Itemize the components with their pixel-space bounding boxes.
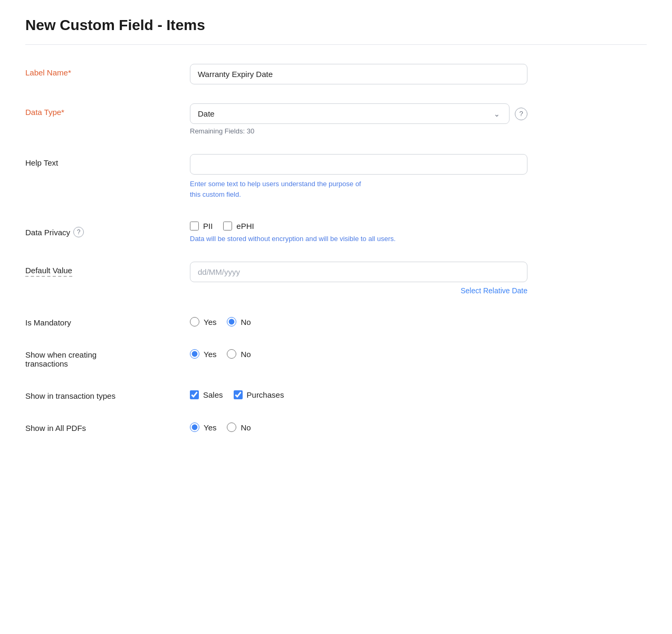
show-in-all-pdfs-radio-group: Yes No: [190, 419, 527, 432]
data-type-label-col: Data Type*: [25, 103, 173, 117]
pii-checkbox[interactable]: [190, 222, 199, 230]
data-privacy-checkboxes: PII ePHI: [190, 218, 527, 230]
default-value-control-col: Select Relative Date: [190, 262, 527, 295]
show-in-all-pdfs-yes-radio[interactable]: [190, 422, 199, 432]
pii-checkbox-item[interactable]: PII: [190, 222, 213, 230]
data-type-row: Data Type* Date Text Number Boolean ⌄ ? …: [25, 103, 647, 135]
show-when-creating-no-item[interactable]: No: [227, 349, 251, 359]
is-mandatory-label-col: Is Mandatory: [25, 314, 173, 327]
data-privacy-help-icon[interactable]: ?: [73, 227, 84, 237]
pii-label: PII: [203, 222, 213, 230]
ephi-label: ePHI: [236, 222, 254, 230]
is-mandatory-control-col: Yes No: [190, 314, 527, 326]
is-mandatory-yes-radio[interactable]: [190, 317, 199, 326]
show-when-creating-row: Show when creating transactions Yes No: [25, 346, 647, 368]
purchases-checkbox[interactable]: [234, 390, 243, 399]
data-privacy-note: Data will be stored without encryption a…: [190, 235, 527, 243]
show-in-transaction-types-checkboxes: Sales Purchases: [190, 387, 527, 399]
data-privacy-row: Data Privacy ? PII ePHI Data will be sto…: [25, 218, 647, 243]
data-type-control-col: Date Text Number Boolean ⌄ ? Remaining F…: [190, 103, 527, 135]
show-in-all-pdfs-no-label: No: [241, 423, 251, 432]
help-text-hint-line1: Enter some text to help users understand…: [190, 180, 361, 188]
page-title: New Custom Field - Items: [25, 17, 647, 34]
is-mandatory-no-radio[interactable]: [227, 317, 236, 326]
help-text-row: Help Text Enter some text to help users …: [25, 154, 647, 199]
show-in-all-pdfs-row: Show in All PDFs Yes No: [25, 419, 647, 433]
help-text-hint-line2: this custom field.: [190, 190, 241, 198]
show-in-transaction-types-control-col: Sales Purchases: [190, 387, 527, 399]
data-privacy-label-group: Data Privacy ?: [25, 223, 173, 237]
default-value-input[interactable]: [190, 262, 527, 282]
sales-label: Sales: [203, 390, 223, 399]
label-name-label-col: Label Name*: [25, 64, 173, 77]
data-type-select-wrapper: Date Text Number Boolean ⌄ ?: [190, 103, 527, 124]
label-name-row: Label Name*: [25, 64, 647, 84]
is-mandatory-row: Is Mandatory Yes No: [25, 314, 647, 327]
default-value-label: Default Value: [25, 266, 72, 277]
ephi-checkbox[interactable]: [223, 222, 232, 230]
sales-checkbox-item[interactable]: Sales: [190, 390, 223, 399]
show-in-all-pdfs-yes-label: Yes: [204, 423, 216, 432]
default-value-row: Default Value Select Relative Date: [25, 262, 647, 295]
data-type-label: Data Type*: [25, 108, 64, 117]
show-in-transaction-types-label: Show in transaction types: [25, 391, 116, 400]
ephi-checkbox-item[interactable]: ePHI: [223, 222, 254, 230]
show-when-creating-yes-radio[interactable]: [190, 349, 199, 359]
is-mandatory-label: Is Mandatory: [25, 318, 71, 327]
is-mandatory-yes-item[interactable]: Yes: [190, 317, 216, 326]
data-type-select[interactable]: Date Text Number Boolean: [190, 103, 510, 124]
show-when-creating-label: Show when creating transactions: [25, 350, 97, 368]
help-text-hint: Enter some text to help users understand…: [190, 179, 527, 199]
show-in-transaction-types-label-col: Show in transaction types: [25, 387, 173, 400]
is-mandatory-yes-label: Yes: [204, 318, 216, 326]
show-when-creating-label-line2: transactions: [25, 359, 68, 368]
purchases-label: Purchases: [247, 390, 284, 399]
show-in-all-pdfs-yes-item[interactable]: Yes: [190, 422, 216, 432]
data-privacy-label: Data Privacy: [25, 228, 70, 237]
show-when-creating-no-label: No: [241, 350, 251, 359]
default-value-label-col: Default Value: [25, 262, 173, 277]
show-when-creating-yes-item[interactable]: Yes: [190, 349, 216, 359]
is-mandatory-no-item[interactable]: No: [227, 317, 251, 326]
label-name-control-col: [190, 64, 527, 84]
data-type-help-icon[interactable]: ?: [515, 108, 527, 120]
help-text-label-col: Help Text: [25, 154, 173, 167]
divider: [25, 44, 647, 45]
sales-checkbox[interactable]: [190, 390, 199, 399]
show-in-all-pdfs-label-col: Show in All PDFs: [25, 419, 173, 433]
show-when-creating-label-line1: Show when creating: [25, 350, 97, 359]
label-name-label: Label Name*: [25, 68, 71, 77]
select-relative-date-link[interactable]: Select Relative Date: [190, 286, 527, 295]
show-in-all-pdfs-no-radio[interactable]: [227, 422, 236, 432]
show-when-creating-yes-label: Yes: [204, 350, 216, 359]
show-when-creating-no-radio[interactable]: [227, 349, 236, 359]
show-when-creating-control-col: Yes No: [190, 346, 527, 359]
help-text-label: Help Text: [25, 158, 58, 167]
show-in-all-pdfs-no-item[interactable]: No: [227, 422, 251, 432]
purchases-checkbox-item[interactable]: Purchases: [234, 390, 284, 399]
label-name-input[interactable]: [190, 64, 527, 84]
help-text-input[interactable]: [190, 154, 527, 175]
data-privacy-label-col: Data Privacy ?: [25, 218, 173, 237]
show-in-transaction-types-row: Show in transaction types Sales Purchase…: [25, 387, 647, 400]
help-text-control-col: Enter some text to help users understand…: [190, 154, 527, 199]
show-in-all-pdfs-control-col: Yes No: [190, 419, 527, 432]
show-when-creating-label-col: Show when creating transactions: [25, 346, 173, 368]
show-when-creating-radio-group: Yes No: [190, 346, 527, 359]
data-privacy-control-col: PII ePHI Data will be stored without enc…: [190, 218, 527, 243]
is-mandatory-radio-group: Yes No: [190, 314, 527, 326]
remaining-fields-text: Remaining Fields: 30: [190, 127, 527, 135]
is-mandatory-no-label: No: [241, 318, 251, 326]
show-in-all-pdfs-label: Show in All PDFs: [25, 424, 86, 433]
